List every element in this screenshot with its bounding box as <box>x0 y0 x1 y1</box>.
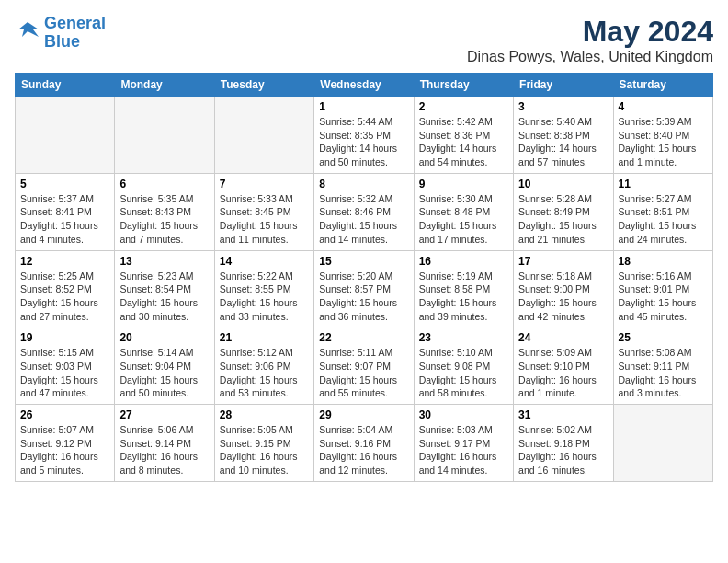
day-number: 28 <box>220 408 309 421</box>
day-info: Sunrise: 5:05 AM Sunset: 9:15 PM Dayligh… <box>220 423 309 477</box>
calendar-week-5: 26Sunrise: 5:07 AM Sunset: 9:12 PM Dayli… <box>16 405 713 482</box>
day-info: Sunrise: 5:10 AM Sunset: 9:08 PM Dayligh… <box>419 346 508 400</box>
day-info: Sunrise: 5:23 AM Sunset: 8:54 PM Dayligh… <box>119 270 209 324</box>
day-number: 6 <box>119 178 209 190</box>
calendar-cell: 24Sunrise: 5:09 AM Sunset: 9:10 PM Dayli… <box>514 327 613 405</box>
day-number: 7 <box>220 178 309 190</box>
day-number: 23 <box>419 331 508 344</box>
day-number: 20 <box>119 331 209 344</box>
day-info: Sunrise: 5:33 AM Sunset: 8:45 PM Dayligh… <box>220 192 309 247</box>
logo: General Blue <box>15 15 106 52</box>
title-block: May 2024 Dinas Powys, Wales, United King… <box>467 15 713 65</box>
day-number: 10 <box>518 178 608 190</box>
day-number: 19 <box>20 331 109 344</box>
calendar-cell <box>613 405 712 482</box>
day-info: Sunrise: 5:08 AM Sunset: 9:11 PM Dayligh… <box>619 346 708 400</box>
calendar-cell: 11Sunrise: 5:27 AM Sunset: 8:51 PM Dayli… <box>613 173 712 250</box>
calendar-week-3: 12Sunrise: 5:25 AM Sunset: 8:52 PM Dayli… <box>16 250 713 327</box>
calendar-cell: 22Sunrise: 5:11 AM Sunset: 9:07 PM Dayli… <box>314 327 414 405</box>
weekday-header-tuesday: Tuesday <box>214 74 313 97</box>
day-number: 25 <box>619 331 708 344</box>
day-number: 22 <box>319 331 408 344</box>
calendar-cell: 14Sunrise: 5:22 AM Sunset: 8:55 PM Dayli… <box>214 250 313 327</box>
calendar-cell <box>16 97 115 174</box>
calendar-cell: 27Sunrise: 5:06 AM Sunset: 9:14 PM Dayli… <box>115 405 214 482</box>
weekday-header-wednesday: Wednesday <box>314 74 414 97</box>
day-info: Sunrise: 5:06 AM Sunset: 9:14 PM Dayligh… <box>119 423 209 477</box>
day-number: 16 <box>419 255 508 268</box>
day-info: Sunrise: 5:44 AM Sunset: 8:35 PM Dayligh… <box>319 115 408 169</box>
day-number: 15 <box>319 255 408 268</box>
day-info: Sunrise: 5:25 AM Sunset: 8:52 PM Dayligh… <box>20 270 109 324</box>
day-number: 14 <box>220 255 309 268</box>
day-info: Sunrise: 5:14 AM Sunset: 9:04 PM Dayligh… <box>119 346 209 400</box>
weekday-header-row: SundayMondayTuesdayWednesdayThursdayFrid… <box>16 74 713 97</box>
day-info: Sunrise: 5:18 AM Sunset: 9:00 PM Dayligh… <box>518 270 608 324</box>
day-number: 24 <box>518 331 608 344</box>
day-info: Sunrise: 5:32 AM Sunset: 8:46 PM Dayligh… <box>319 192 408 247</box>
calendar-cell: 18Sunrise: 5:16 AM Sunset: 9:01 PM Dayli… <box>613 250 712 327</box>
calendar-cell: 21Sunrise: 5:12 AM Sunset: 9:06 PM Dayli… <box>214 327 313 405</box>
day-info: Sunrise: 5:35 AM Sunset: 8:43 PM Dayligh… <box>119 192 209 247</box>
weekday-header-monday: Monday <box>115 74 214 97</box>
day-info: Sunrise: 5:28 AM Sunset: 8:49 PM Dayligh… <box>518 192 608 247</box>
day-number: 1 <box>319 100 408 113</box>
page-header: General Blue May 2024 Dinas Powys, Wales… <box>15 15 713 65</box>
calendar-cell: 7Sunrise: 5:33 AM Sunset: 8:45 PM Daylig… <box>214 173 313 250</box>
calendar-cell: 29Sunrise: 5:04 AM Sunset: 9:16 PM Dayli… <box>314 405 414 482</box>
calendar-cell: 31Sunrise: 5:02 AM Sunset: 9:18 PM Dayli… <box>514 405 613 482</box>
calendar-cell: 3Sunrise: 5:40 AM Sunset: 8:38 PM Daylig… <box>514 97 613 174</box>
day-number: 17 <box>518 255 608 268</box>
day-number: 30 <box>419 408 508 421</box>
main-title: May 2024 <box>467 15 713 49</box>
calendar-week-1: 1Sunrise: 5:44 AM Sunset: 8:35 PM Daylig… <box>16 97 713 174</box>
day-number: 13 <box>119 255 209 268</box>
day-info: Sunrise: 5:03 AM Sunset: 9:17 PM Dayligh… <box>419 423 508 477</box>
calendar-week-4: 19Sunrise: 5:15 AM Sunset: 9:03 PM Dayli… <box>16 327 713 405</box>
day-number: 31 <box>518 408 608 421</box>
day-info: Sunrise: 5:22 AM Sunset: 8:55 PM Dayligh… <box>220 270 309 324</box>
calendar-cell: 25Sunrise: 5:08 AM Sunset: 9:11 PM Dayli… <box>613 327 712 405</box>
calendar-cell: 23Sunrise: 5:10 AM Sunset: 9:08 PM Dayli… <box>414 327 513 405</box>
calendar-cell: 20Sunrise: 5:14 AM Sunset: 9:04 PM Dayli… <box>115 327 214 405</box>
calendar-cell: 9Sunrise: 5:30 AM Sunset: 8:48 PM Daylig… <box>414 173 513 250</box>
day-number: 29 <box>319 408 408 421</box>
calendar-cell: 30Sunrise: 5:03 AM Sunset: 9:17 PM Dayli… <box>414 405 513 482</box>
day-number: 18 <box>619 255 708 268</box>
day-info: Sunrise: 5:04 AM Sunset: 9:16 PM Dayligh… <box>319 423 408 477</box>
weekday-header-thursday: Thursday <box>414 74 513 97</box>
weekday-header-saturday: Saturday <box>613 74 712 97</box>
day-number: 5 <box>20 178 109 190</box>
day-info: Sunrise: 5:39 AM Sunset: 8:40 PM Dayligh… <box>619 115 708 169</box>
day-info: Sunrise: 5:42 AM Sunset: 8:36 PM Dayligh… <box>419 115 508 169</box>
day-info: Sunrise: 5:11 AM Sunset: 9:07 PM Dayligh… <box>319 346 408 400</box>
calendar-cell: 8Sunrise: 5:32 AM Sunset: 8:46 PM Daylig… <box>314 173 414 250</box>
day-info: Sunrise: 5:30 AM Sunset: 8:48 PM Dayligh… <box>419 192 508 247</box>
calendar-week-2: 5Sunrise: 5:37 AM Sunset: 8:41 PM Daylig… <box>16 173 713 250</box>
calendar-cell: 10Sunrise: 5:28 AM Sunset: 8:49 PM Dayli… <box>514 173 613 250</box>
calendar-cell: 13Sunrise: 5:23 AM Sunset: 8:54 PM Dayli… <box>115 250 214 327</box>
calendar-cell <box>115 97 214 174</box>
day-info: Sunrise: 5:15 AM Sunset: 9:03 PM Dayligh… <box>20 346 109 400</box>
logo-text: General Blue <box>44 15 106 52</box>
calendar-cell: 12Sunrise: 5:25 AM Sunset: 8:52 PM Dayli… <box>16 250 115 327</box>
day-info: Sunrise: 5:02 AM Sunset: 9:18 PM Dayligh… <box>518 423 608 477</box>
calendar-cell: 19Sunrise: 5:15 AM Sunset: 9:03 PM Dayli… <box>16 327 115 405</box>
calendar-cell: 4Sunrise: 5:39 AM Sunset: 8:40 PM Daylig… <box>613 97 712 174</box>
day-number: 9 <box>419 178 508 190</box>
day-info: Sunrise: 5:20 AM Sunset: 8:57 PM Dayligh… <box>319 270 408 324</box>
day-number: 11 <box>619 178 708 190</box>
svg-marker-0 <box>18 22 39 37</box>
day-info: Sunrise: 5:19 AM Sunset: 8:58 PM Dayligh… <box>419 270 508 324</box>
calendar-cell <box>214 97 313 174</box>
day-info: Sunrise: 5:07 AM Sunset: 9:12 PM Dayligh… <box>20 423 109 477</box>
day-number: 2 <box>419 100 508 113</box>
calendar: SundayMondayTuesdayWednesdayThursdayFrid… <box>15 73 713 482</box>
day-number: 3 <box>518 100 608 113</box>
logo-icon <box>15 20 40 46</box>
day-number: 4 <box>619 100 708 113</box>
day-number: 12 <box>20 255 109 268</box>
calendar-cell: 2Sunrise: 5:42 AM Sunset: 8:36 PM Daylig… <box>414 97 513 174</box>
weekday-header-friday: Friday <box>514 74 613 97</box>
calendar-cell: 15Sunrise: 5:20 AM Sunset: 8:57 PM Dayli… <box>314 250 414 327</box>
